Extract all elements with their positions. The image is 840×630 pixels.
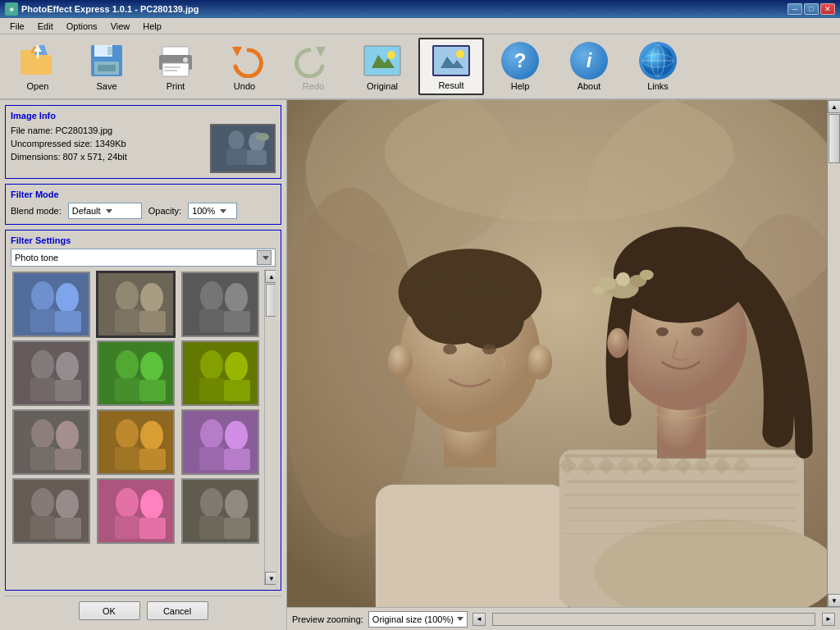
svg-rect-47 bbox=[139, 311, 166, 332]
opacity-select[interactable]: 100% bbox=[188, 203, 237, 219]
print-button[interactable]: Print bbox=[143, 38, 208, 95]
undo-button[interactable]: Undo bbox=[212, 38, 277, 95]
save-label: Save bbox=[96, 81, 116, 91]
list-item[interactable] bbox=[12, 478, 90, 544]
svg-rect-67 bbox=[224, 380, 250, 401]
h-scroll-right-button[interactable]: ► bbox=[822, 613, 835, 626]
preview-image bbox=[287, 100, 840, 607]
menu-edit[interactable]: Edit bbox=[31, 20, 60, 33]
svg-rect-72 bbox=[55, 449, 81, 470]
redo-button[interactable]: Redo bbox=[281, 38, 346, 95]
filter-settings-section: Filter Settings Photo tone bbox=[5, 230, 281, 591]
list-item[interactable] bbox=[12, 340, 90, 406]
svg-point-71 bbox=[56, 421, 79, 450]
original-icon bbox=[363, 42, 402, 80]
blend-mode-select[interactable]: Default bbox=[68, 203, 142, 219]
svg-point-49 bbox=[200, 281, 223, 311]
minimize-button[interactable]: ─ bbox=[788, 3, 802, 15]
menu-view[interactable]: View bbox=[104, 20, 137, 33]
svg-point-39 bbox=[31, 281, 54, 311]
help-icon: ? bbox=[500, 42, 540, 80]
list-item[interactable] bbox=[97, 340, 175, 406]
save-button[interactable]: Save bbox=[74, 38, 139, 95]
list-item[interactable] bbox=[181, 272, 259, 337]
dimensions: Dimensions: 807 x 571, 24bit bbox=[11, 150, 205, 163]
close-button[interactable]: ✕ bbox=[820, 3, 835, 15]
preview-scroll-up[interactable]: ▲ bbox=[828, 100, 840, 113]
svg-rect-16 bbox=[164, 66, 180, 68]
filter-arrow-button[interactable] bbox=[257, 250, 272, 265]
filter-dropdown[interactable]: Photo tone bbox=[11, 249, 276, 267]
file-size: Uncompressed size: 1349Kb bbox=[11, 137, 205, 150]
right-panel: ▲ ▼ Preview zooming: Original size (100%… bbox=[287, 100, 840, 630]
menu-help[interactable]: Help bbox=[136, 20, 168, 33]
menu-options[interactable]: Options bbox=[60, 20, 104, 33]
original-label: Original bbox=[367, 81, 398, 91]
svg-point-56 bbox=[56, 352, 79, 381]
list-item[interactable] bbox=[97, 272, 175, 337]
menu-bar: File Edit Options View Help bbox=[0, 18, 840, 34]
svg-rect-62 bbox=[139, 380, 166, 401]
open-icon bbox=[18, 42, 57, 80]
about-label: About bbox=[578, 81, 601, 91]
original-button[interactable]: Original bbox=[349, 38, 415, 95]
list-item[interactable] bbox=[12, 409, 90, 475]
open-label: Open bbox=[27, 81, 49, 91]
svg-rect-10 bbox=[107, 47, 112, 55]
undo-label: Undo bbox=[234, 81, 255, 91]
preview-scroll-down[interactable]: ▼ bbox=[828, 594, 840, 607]
about-button[interactable]: i About bbox=[556, 38, 622, 95]
list-item[interactable] bbox=[181, 478, 259, 544]
help-button[interactable]: ? Help bbox=[487, 38, 553, 95]
toolbar: Open Save Print bbox=[0, 34, 840, 100]
list-item[interactable] bbox=[181, 340, 259, 406]
scroll-down-button[interactable]: ▼ bbox=[265, 572, 276, 585]
opacity-label: Opacity: bbox=[148, 206, 181, 216]
svg-rect-85 bbox=[30, 516, 55, 539]
preview-scroll-thumb[interactable] bbox=[829, 114, 840, 163]
svg-point-37 bbox=[256, 133, 269, 141]
svg-rect-52 bbox=[224, 311, 250, 332]
svg-marker-19 bbox=[232, 47, 242, 57]
thumbnails-scrollbar: ▲ ▼ bbox=[264, 270, 276, 585]
svg-rect-80 bbox=[199, 447, 224, 470]
thumbnails-container bbox=[11, 270, 264, 585]
links-button[interactable]: Links bbox=[625, 38, 691, 95]
main-content: Image Info File name: PC280139.jpg Uncom… bbox=[0, 100, 840, 630]
svg-point-54 bbox=[31, 350, 54, 380]
left-panel: Image Info File name: PC280139.jpg Uncom… bbox=[0, 100, 287, 630]
list-item[interactable] bbox=[97, 409, 175, 475]
blend-value: Default bbox=[72, 206, 101, 216]
menu-file[interactable]: File bbox=[3, 20, 31, 33]
blend-label: Blend mode: bbox=[11, 206, 62, 216]
cancel-button[interactable]: Cancel bbox=[147, 601, 208, 620]
list-item[interactable] bbox=[97, 478, 175, 544]
svg-rect-57 bbox=[55, 380, 81, 401]
svg-point-33 bbox=[228, 130, 244, 150]
print-label: Print bbox=[167, 81, 185, 91]
title-bar: ★ PhotoEffect Express 1.0.1 - PC280139.j… bbox=[0, 0, 840, 18]
zoom-select[interactable]: Original size (100%) bbox=[368, 611, 468, 628]
svg-point-86 bbox=[56, 490, 79, 519]
list-item[interactable] bbox=[12, 272, 90, 337]
undo-icon bbox=[225, 42, 264, 80]
h-scrollbar bbox=[492, 613, 815, 626]
svg-rect-95 bbox=[199, 516, 224, 539]
svg-rect-82 bbox=[224, 449, 250, 470]
maximize-button[interactable]: □ bbox=[804, 3, 819, 15]
list-item[interactable] bbox=[181, 409, 259, 475]
svg-rect-45 bbox=[115, 309, 139, 332]
preview-area: ▲ ▼ bbox=[287, 100, 840, 607]
blend-arrow-icon bbox=[106, 209, 112, 213]
svg-rect-17 bbox=[164, 70, 177, 71]
svg-point-44 bbox=[116, 281, 139, 311]
svg-point-51 bbox=[225, 283, 248, 313]
h-scroll-left-button[interactable]: ◄ bbox=[472, 613, 486, 626]
scroll-up-button[interactable]: ▲ bbox=[265, 270, 276, 283]
scroll-thumb[interactable] bbox=[266, 284, 276, 317]
result-button[interactable]: Result bbox=[418, 38, 484, 95]
ok-button[interactable]: OK bbox=[79, 601, 140, 620]
open-button[interactable]: Open bbox=[5, 38, 71, 95]
image-thumbnail bbox=[210, 124, 276, 173]
thumbnails-grid bbox=[11, 270, 264, 546]
